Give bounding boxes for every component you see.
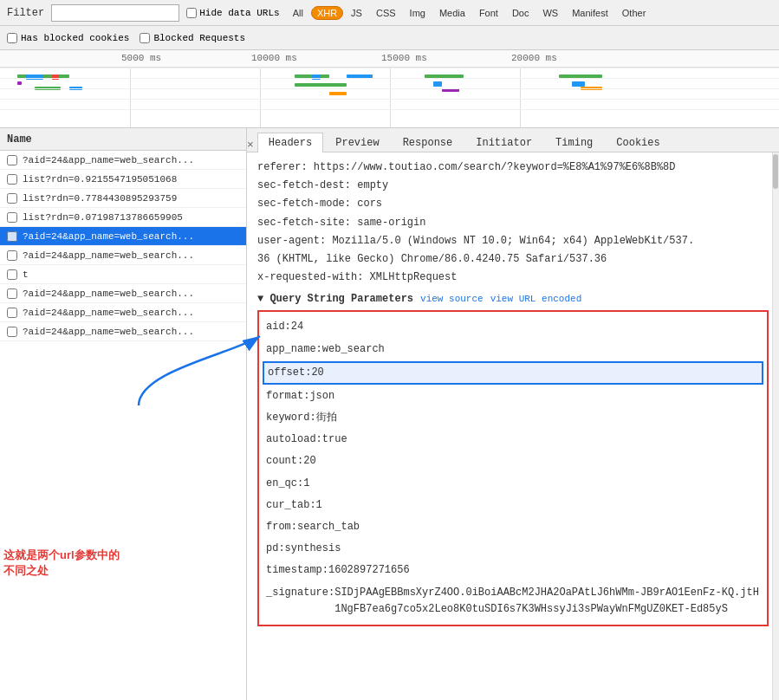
param-name: app_name: bbox=[266, 341, 322, 358]
blocked-requests-text: Blocked Requests bbox=[153, 33, 245, 43]
param-name: en_qc: bbox=[266, 476, 303, 492]
blocked-requests-label[interactable]: Blocked Requests bbox=[140, 33, 245, 43]
param-value: 1602897271656 bbox=[328, 562, 410, 579]
close-tab-icon[interactable]: × bbox=[247, 139, 254, 152]
request-item[interactable]: ?aid=24&app_name=web_search... bbox=[0, 284, 246, 303]
request-list: ?aid=24&app_name=web_search...list?rdn=0… bbox=[0, 151, 246, 341]
header-row: referer: https://www.toutiao.com/search/… bbox=[257, 159, 769, 176]
param-value: json bbox=[309, 388, 334, 405]
scrollbar-thumb[interactable] bbox=[773, 154, 778, 189]
request-name: t bbox=[23, 269, 29, 280]
headers-list: referer: https://www.toutiao.com/search/… bbox=[257, 159, 769, 286]
tab-response[interactable]: Response bbox=[392, 133, 464, 152]
request-item[interactable]: ?aid=24&app_name=web_search... bbox=[0, 246, 246, 265]
detail-panel: × HeadersPreviewResponseInitiatorTimingC… bbox=[247, 128, 779, 700]
param-row: cur_tab: 1 bbox=[263, 496, 763, 515]
header-row: 36 (KHTML, like Gecko) Chrome/86.0.4240.… bbox=[257, 251, 769, 268]
query-string-section: ▼ Query String Parameters view source vi… bbox=[257, 293, 769, 626]
header-name: referer: bbox=[257, 161, 308, 173]
view-url-encoded-link[interactable]: view URL encoded bbox=[490, 294, 582, 304]
param-name: cur_tab: bbox=[266, 497, 316, 514]
param-value: 24 bbox=[291, 319, 303, 335]
param-row: aid: 24 bbox=[263, 317, 763, 337]
panel-content[interactable]: referer: https://www.toutiao.com/search/… bbox=[247, 152, 779, 700]
param-name: pd: bbox=[266, 541, 285, 557]
param-row: format: json bbox=[263, 386, 763, 406]
param-name: format: bbox=[266, 388, 309, 405]
filter-label: Filter bbox=[7, 7, 44, 19]
param-row: count: 20 bbox=[263, 451, 763, 471]
filter-doc-btn[interactable]: Doc bbox=[506, 6, 536, 20]
name-column-header: Name bbox=[0, 128, 246, 151]
filter-buttons: All XHR JS CSS Img Media Font Doc WS Man… bbox=[287, 6, 652, 20]
timeline-ruler: 5000 ms 10000 ms 15000 ms 20000 ms bbox=[0, 50, 779, 68]
params-list: aid: 24app_name: web_searchoffset: 20for… bbox=[263, 317, 763, 619]
hide-data-urls-checkbox[interactable]: Hide data URLs bbox=[186, 8, 279, 18]
filter-xhr-btn[interactable]: XHR bbox=[311, 6, 343, 20]
header-name: user-agent: bbox=[257, 235, 326, 247]
main-area: Name ?aid=24&app_name=web_search...list?… bbox=[0, 128, 779, 700]
timeline-label-20000: 20000 ms bbox=[511, 53, 557, 63]
timeline-label-10000: 10000 ms bbox=[251, 53, 297, 63]
header-row: sec-fetch-site: same-origin bbox=[257, 215, 769, 231]
param-row: offset: 20 bbox=[263, 361, 763, 385]
filter-ws-btn[interactable]: WS bbox=[536, 6, 564, 20]
header-value: XMLHttpRequest bbox=[363, 271, 457, 283]
tab-headers[interactable]: Headers bbox=[257, 133, 323, 152]
param-name: aid: bbox=[266, 319, 291, 335]
request-item[interactable]: ?aid=24&app_name=web_search... bbox=[0, 322, 246, 341]
tab-timing[interactable]: Timing bbox=[544, 133, 604, 152]
tab-initiator[interactable]: Initiator bbox=[464, 133, 543, 152]
filter-img-btn[interactable]: Img bbox=[404, 6, 432, 20]
request-item[interactable]: list?rdn=0.07198713786659905 bbox=[0, 208, 246, 227]
hide-data-urls-label: Hide data URLs bbox=[199, 8, 279, 18]
blocked-cookies-text: Has blocked cookies bbox=[21, 33, 129, 43]
timeline-content bbox=[0, 68, 779, 128]
param-name: offset: bbox=[268, 365, 311, 381]
header-value: cors bbox=[351, 198, 382, 210]
request-item[interactable]: ?aid=24&app_name=web_search... bbox=[0, 151, 246, 170]
blocked-cookies-label[interactable]: Has blocked cookies bbox=[7, 33, 129, 43]
request-item[interactable]: ?aid=24&app_name=web_search... bbox=[0, 227, 246, 246]
param-value: 街拍 bbox=[316, 410, 337, 426]
param-row: keyword: 街拍 bbox=[263, 408, 763, 428]
request-item[interactable]: list?rdn=0.9215547195051068 bbox=[0, 170, 246, 189]
header-row: sec-fetch-mode: cors bbox=[257, 196, 769, 212]
request-name: list?rdn=0.7784430895293759 bbox=[23, 193, 177, 204]
secondary-toolbar: Has blocked cookies Blocked Requests bbox=[0, 26, 779, 50]
param-name: timestamp: bbox=[266, 562, 328, 579]
param-name: keyword: bbox=[266, 410, 316, 426]
request-item[interactable]: list?rdn=0.7784430895293759 bbox=[0, 189, 246, 208]
request-list-panel: Name ?aid=24&app_name=web_search...list?… bbox=[0, 128, 247, 700]
filter-manifest-btn[interactable]: Manifest bbox=[566, 6, 614, 20]
request-item[interactable]: t bbox=[0, 265, 246, 284]
header-row: sec-fetch-dest: empty bbox=[257, 178, 769, 194]
tab-cookies[interactable]: Cookies bbox=[605, 133, 671, 152]
request-name: ?aid=24&app_name=web_search... bbox=[23, 327, 194, 337]
param-row: from: search_tab bbox=[263, 517, 763, 537]
tab-preview[interactable]: Preview bbox=[324, 133, 390, 152]
filter-js-btn[interactable]: JS bbox=[345, 6, 368, 20]
param-name: from: bbox=[266, 519, 297, 535]
param-value: search_tab bbox=[297, 519, 360, 535]
param-value: 20 bbox=[311, 365, 323, 381]
view-source-link[interactable]: view source bbox=[420, 294, 484, 304]
query-string-title: ▼ Query String Parameters view source vi… bbox=[257, 293, 769, 305]
param-row: autoload: true bbox=[263, 430, 763, 450]
right-scrollbar[interactable] bbox=[772, 152, 779, 700]
filter-media-btn[interactable]: Media bbox=[433, 6, 471, 20]
filter-all-btn[interactable]: All bbox=[287, 6, 309, 20]
filter-css-btn[interactable]: CSS bbox=[370, 6, 402, 20]
param-row: _signature: SIDjPAAgEBBmsXyrZ4OO.0iBoiAA… bbox=[263, 583, 763, 619]
request-item[interactable]: ?aid=24&app_name=web_search... bbox=[0, 303, 246, 322]
header-value: Mozilla/5.0 (Windows NT 10.0; Win64; x64… bbox=[326, 235, 694, 247]
filter-input[interactable] bbox=[51, 4, 179, 22]
header-row: user-agent: Mozilla/5.0 (Windows NT 10.0… bbox=[257, 233, 769, 250]
header-name: sec-fetch-dest: bbox=[257, 179, 351, 191]
filter-other-btn[interactable]: Other bbox=[616, 6, 652, 20]
header-value: empty bbox=[351, 179, 388, 191]
request-name: list?rdn=0.9215547195051068 bbox=[23, 174, 177, 185]
param-row: timestamp: 1602897271656 bbox=[263, 561, 763, 580]
header-name: x-requested-with: bbox=[257, 271, 363, 283]
filter-font-btn[interactable]: Font bbox=[473, 6, 504, 20]
